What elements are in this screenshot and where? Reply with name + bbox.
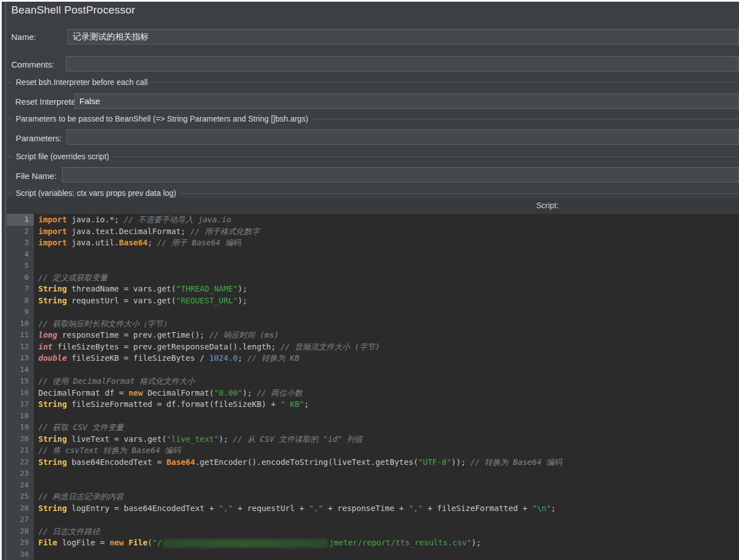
filename-input[interactable]: [62, 167, 739, 182]
code-token: // 定义或获取变量: [38, 273, 108, 282]
code-line[interactable]: int fileSizeBytes = prev.getResponseData…: [38, 341, 739, 353]
code-line[interactable]: String base64EncodedText = Base64.getEnc…: [38, 456, 739, 468]
code-token: );: [238, 284, 247, 293]
line-number: 20: [7, 433, 34, 445]
code-token: liveText = vars.get(: [67, 434, 167, 443]
name-input[interactable]: [68, 29, 739, 44]
code-line[interactable]: // 将 csvText 转换为 Base64 编码: [38, 445, 739, 456]
code-line[interactable]: [38, 480, 739, 491]
code-line[interactable]: long responseTime = prev.getTime(); // 响…: [38, 329, 739, 341]
line-number: 7: [7, 283, 34, 295]
code-line[interactable]: String threadName = vars.get("THREAD_NAM…: [38, 283, 739, 295]
code-token: "live_text": [167, 434, 219, 443]
code-token: base64EncodedText =: [67, 458, 167, 467]
parameters-group-title: Parameters to be passed to BeanShell (=>…: [12, 114, 311, 123]
line-number: 23: [7, 468, 34, 480]
code-line[interactable]: // 定义或获取变量: [38, 272, 739, 284]
code-token: "REQUEST_URL": [176, 296, 238, 305]
code-line[interactable]: [38, 514, 739, 526]
code-line[interactable]: [38, 260, 739, 272]
code-token: double: [38, 353, 67, 362]
code-token: // 不需要手动导入 java.io: [124, 215, 232, 224]
code-line[interactable]: double fileSizeKB = fileSizeBytes / 1024…: [38, 352, 739, 364]
line-number: 13: [7, 352, 34, 364]
code-token: new: [109, 538, 123, 547]
line-number: 16: [7, 387, 34, 399]
line-number: 6: [7, 272, 34, 284]
line-number: 2: [7, 226, 34, 238]
code-line[interactable]: [38, 249, 739, 261]
code-line[interactable]: // 使用 DecimalFormat 格式化文件大小: [38, 375, 739, 387]
editor-code[interactable]: import java.io.*; // 不需要手动导入 java.ioimpo…: [34, 214, 739, 560]
code-line[interactable]: [38, 410, 739, 422]
editor-gutter: 1234567891011121314151617181920212223242…: [7, 214, 34, 560]
reset-interpreter-label: Reset Interpreter:: [15, 97, 81, 106]
code-token: long: [38, 330, 57, 339]
code-token: // 使用 DecimalFormat 格式化文件大小: [38, 377, 195, 386]
reset-interpreter-combo[interactable]: [74, 93, 739, 109]
code-token: "THREAD_NAME": [176, 284, 238, 293]
line-number: 14: [7, 364, 34, 376]
name-label: Name:: [11, 32, 36, 42]
code-token: String: [38, 504, 67, 513]
code-line[interactable]: File logFile = new File("/jmeter/report/…: [38, 537, 739, 549]
comments-input[interactable]: [66, 56, 739, 71]
line-number: 11: [7, 329, 34, 341]
code-token: ;: [238, 353, 247, 362]
code-token: ",": [219, 504, 233, 513]
script-group-title: Script (variables: ctx vars props prev d…: [12, 189, 180, 198]
code-line[interactable]: // 构造日志记录的内容: [38, 491, 739, 503]
line-number: 9: [7, 306, 34, 318]
code-token: logEntry = base64EncodedText +: [67, 504, 219, 513]
code-token: import: [38, 227, 67, 236]
code-token: // 用于格式化数字: [190, 227, 260, 236]
script-editor[interactable]: 1234567891011121314151617181920212223242…: [7, 214, 739, 560]
code-line[interactable]: // 获取 CSV 文件变量: [38, 422, 739, 433]
code-token: // 日志文件路径: [38, 527, 100, 536]
code-token: File: [128, 538, 148, 547]
code-token: // 转换为 KB: [247, 353, 300, 362]
line-number: 25: [7, 491, 34, 503]
code-token: jmeter/report/tts_results.csv": [329, 538, 471, 547]
code-line[interactable]: String fileSizeFormatted = df.format(fil…: [38, 398, 739, 410]
code-token: // 构造日志记录的内容: [38, 492, 123, 501]
code-token: " KB": [281, 400, 304, 409]
code-token: ;: [148, 238, 157, 247]
code-line[interactable]: String liveText = vars.get("live_text");…: [38, 433, 739, 445]
code-token: threadName = vars.get(: [67, 284, 176, 293]
code-line[interactable]: [38, 364, 739, 376]
line-number: 26: [7, 503, 34, 514]
code-token: int: [38, 342, 52, 351]
code-token: 1024.0: [209, 353, 238, 362]
code-token: );: [471, 538, 481, 547]
code-token: fileSizeKB = fileSizeBytes /: [67, 353, 210, 362]
code-token: // 响应时间 (ms): [209, 330, 278, 339]
code-line[interactable]: String logEntry = base64EncodedText + ",…: [38, 503, 739, 514]
code-token: logFile =: [57, 538, 110, 547]
code-token: );: [238, 296, 247, 305]
code-line[interactable]: [38, 306, 739, 318]
code-token: ",": [408, 504, 422, 513]
line-number: 4: [7, 249, 34, 261]
code-line[interactable]: String requestUrl = vars.get("REQUEST_UR…: [38, 295, 739, 307]
code-token: // 获取 CSV 文件变量: [38, 423, 123, 432]
code-token: java.util.: [67, 238, 119, 247]
code-line[interactable]: DecimalFormat df = new DecimalFormat("0.…: [38, 387, 739, 399]
code-line[interactable]: // 获取响应时长和文件大小（字节）: [38, 318, 739, 330]
line-number: 15: [7, 375, 34, 387]
code-line[interactable]: // 日志文件路径: [38, 526, 739, 537]
code-line[interactable]: import java.io.*; // 不需要手动导入 java.io: [38, 214, 739, 226]
parameters-input[interactable]: [66, 129, 739, 145]
code-line[interactable]: import java.util.Base64; // 用于 Base64 编码: [38, 237, 739, 249]
code-line[interactable]: import java.text.DecimalFormat; // 用于格式化…: [38, 226, 739, 238]
code-token: Base64: [119, 238, 148, 247]
code-line[interactable]: [38, 549, 739, 560]
comments-label: Comments:: [11, 60, 55, 69]
code-token: String: [38, 284, 67, 293]
code-token: // 两位小数: [257, 388, 302, 397]
code-token: String: [38, 400, 67, 409]
code-token: ;: [304, 400, 309, 409]
code-token: new: [128, 388, 143, 397]
code-line[interactable]: [38, 468, 739, 480]
code-token: "UTF-8": [418, 458, 451, 467]
